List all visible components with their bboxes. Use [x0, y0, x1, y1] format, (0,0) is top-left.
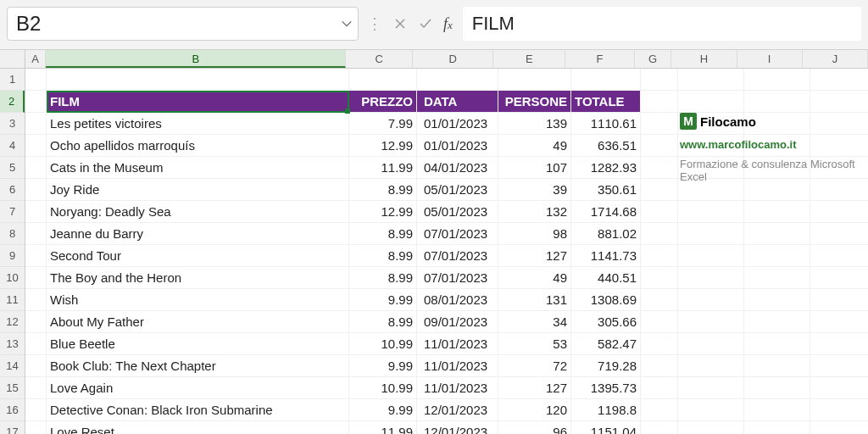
cell[interactable] [641, 289, 678, 310]
cell[interactable] [25, 91, 47, 112]
cell[interactable] [810, 355, 868, 376]
cell-prezzo[interactable]: 8.99 [349, 245, 417, 266]
row-header[interactable]: 12 [0, 311, 25, 333]
row-header[interactable]: 15 [0, 377, 25, 399]
cell-prezzo[interactable]: 9.99 [349, 355, 417, 376]
cell-film[interactable]: Cats in the Museum [47, 157, 349, 178]
cell[interactable] [810, 333, 868, 354]
cell-prezzo[interactable]: 11.99 [349, 421, 417, 434]
cell-persone[interactable]: 96 [498, 421, 571, 434]
cell[interactable] [678, 245, 744, 266]
row-header[interactable]: 17 [0, 421, 25, 434]
cell-prezzo[interactable]: 10.99 [349, 333, 417, 354]
cell-prezzo[interactable]: 10.99 [349, 377, 417, 398]
cell-persone[interactable]: 131 [498, 289, 571, 310]
row-header[interactable]: 6 [0, 179, 25, 201]
cell-data[interactable]: 05/01/2023 [417, 179, 498, 200]
row-header[interactable]: 11 [0, 289, 25, 311]
cell[interactable] [47, 69, 349, 90]
cell[interactable] [641, 157, 678, 178]
cell-totale[interactable]: 582.47 [571, 333, 641, 354]
cell-film[interactable]: Joy Ride [47, 179, 349, 200]
column-header[interactable]: I [737, 50, 803, 68]
cell-totale[interactable]: 719.28 [571, 355, 641, 376]
cancel-formula-button[interactable] [391, 14, 409, 33]
cell[interactable] [744, 421, 810, 434]
col-persone[interactable]: PERSONE [498, 91, 571, 112]
column-header[interactable]: E [493, 50, 565, 68]
cell[interactable] [641, 179, 678, 200]
row-header[interactable]: 2 [0, 91, 25, 113]
cell-data[interactable]: 12/01/2023 [417, 399, 498, 420]
name-box[interactable]: B2 [7, 7, 359, 41]
cell[interactable] [641, 69, 678, 90]
col-prezzo[interactable]: PREZZO [349, 91, 417, 112]
cell[interactable] [641, 267, 678, 288]
cell-prezzo[interactable]: 9.99 [349, 399, 417, 420]
cell[interactable] [744, 289, 810, 310]
cell-totale[interactable]: 1198.8 [571, 399, 641, 420]
cell[interactable] [417, 69, 498, 90]
cell[interactable] [641, 399, 678, 420]
cell[interactable] [641, 113, 678, 134]
cell[interactable] [744, 223, 810, 244]
cell[interactable] [641, 421, 678, 434]
cell[interactable] [678, 399, 744, 420]
cell[interactable] [25, 245, 47, 266]
cell-persone[interactable]: 127 [498, 245, 571, 266]
cell-persone[interactable]: 107 [498, 157, 571, 178]
cell[interactable] [744, 267, 810, 288]
cell[interactable] [678, 377, 744, 398]
cell-totale[interactable]: 350.61 [571, 179, 641, 200]
cell[interactable] [678, 223, 744, 244]
cell[interactable] [25, 179, 47, 200]
cell-persone[interactable]: 53 [498, 333, 571, 354]
cell-film[interactable]: Ocho apellidos marroquís [47, 135, 349, 156]
column-header[interactable]: H [671, 50, 737, 68]
cell-data[interactable]: 05/01/2023 [417, 201, 498, 222]
cell-film[interactable]: Second Tour [47, 245, 349, 266]
cell-prezzo[interactable]: 8.99 [349, 223, 417, 244]
cell-data[interactable]: 08/01/2023 [417, 289, 498, 310]
cell[interactable] [810, 377, 868, 398]
cell-film[interactable]: About My Father [47, 311, 349, 332]
cell-persone[interactable]: 49 [498, 267, 571, 288]
cell[interactable] [25, 113, 47, 134]
cell[interactable] [810, 201, 868, 222]
column-header[interactable]: B [46, 50, 346, 68]
row-header[interactable]: 9 [0, 245, 25, 267]
cell-totale[interactable]: 1151.04 [571, 421, 641, 434]
cell[interactable] [810, 245, 868, 266]
cell-persone[interactable]: 39 [498, 179, 571, 200]
cell[interactable] [25, 157, 47, 178]
cell[interactable] [25, 377, 47, 398]
row-header[interactable]: 3 [0, 113, 25, 135]
cell-data[interactable]: 01/01/2023 [417, 135, 498, 156]
cell[interactable] [810, 289, 868, 310]
cell[interactable] [678, 355, 744, 376]
cell[interactable] [25, 355, 47, 376]
cell[interactable] [571, 69, 641, 90]
cell-persone[interactable]: 139 [498, 113, 571, 134]
cell[interactable] [641, 91, 678, 112]
cell[interactable] [810, 91, 868, 112]
cell-film[interactable]: Love Again [47, 377, 349, 398]
row-header[interactable]: 13 [0, 333, 25, 355]
cell[interactable] [25, 201, 47, 222]
confirm-formula-button[interactable] [416, 14, 435, 33]
col-data[interactable]: DATA [417, 91, 498, 112]
cell-data[interactable]: 12/01/2023 [417, 421, 498, 434]
cell-prezzo[interactable]: 9.99 [349, 289, 417, 310]
cell[interactable] [678, 201, 744, 222]
cell-data[interactable]: 04/01/2023 [417, 157, 498, 178]
chevron-down-icon[interactable] [341, 18, 353, 30]
cell[interactable] [678, 267, 744, 288]
cell-prezzo[interactable]: 12.99 [349, 135, 417, 156]
cell-film[interactable]: Les petites victoires [47, 113, 349, 134]
cell-film[interactable]: Blue Beetle [47, 333, 349, 354]
formula-input[interactable] [463, 7, 861, 41]
row-header[interactable]: 10 [0, 267, 25, 289]
cell[interactable] [641, 201, 678, 222]
cell[interactable] [641, 135, 678, 156]
cell-totale[interactable]: 1395.73 [571, 377, 641, 398]
